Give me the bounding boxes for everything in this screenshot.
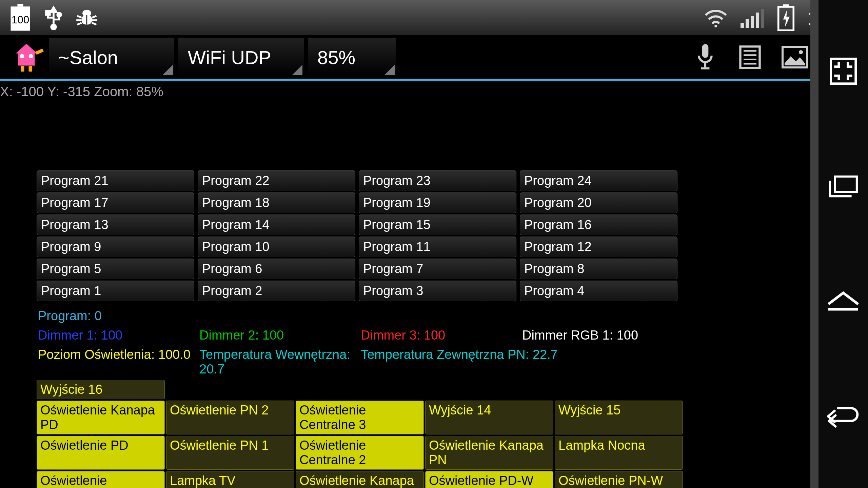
dimmer-2: Dimmer 2: 100 — [199, 328, 361, 343]
program-button[interactable]: Program 23 — [359, 170, 516, 191]
outputs-grid: Oświetlenie Kanapa PDOświetlenie PN 2Ośw… — [37, 401, 810, 488]
program-button[interactable]: Program 12 — [520, 237, 677, 257]
zoom-label: 85% — [317, 46, 355, 68]
svg-rect-0 — [17, 4, 23, 6]
output-button[interactable]: Oświetlenie PN-W — [555, 471, 683, 488]
temp-outside: Temperatura Zewnętrzna PN: 22.7 — [361, 347, 598, 377]
programs-grid: Program 21Program 22Program 23Program 24… — [37, 170, 677, 301]
program-button[interactable]: Program 22 — [198, 170, 355, 191]
program-button[interactable]: Program 20 — [520, 192, 677, 213]
program-button[interactable]: Program 4 — [520, 281, 677, 301]
list-icon[interactable] — [730, 37, 770, 78]
svg-rect-28 — [35, 48, 44, 55]
program-button[interactable]: Program 17 — [37, 192, 194, 213]
output-button[interactable]: Oświetlenie PD-W — [425, 471, 553, 488]
program-button[interactable]: Program 5 — [37, 259, 194, 279]
program-current: Program: 0 — [38, 309, 810, 323]
collapse-icon[interactable] — [826, 54, 860, 88]
program-button[interactable]: Program 24 — [520, 170, 677, 191]
output-button[interactable]: Oświetlenie Centralne — [37, 471, 165, 488]
program-button[interactable]: Program 13 — [37, 215, 194, 235]
svg-rect-19 — [751, 16, 754, 28]
dimmer-rgb: Dimmer RGB 1: 100 — [522, 328, 684, 343]
program-button[interactable]: Program 2 — [198, 281, 355, 301]
svg-text:100: 100 — [12, 14, 29, 26]
connection-label: WiFi UDP — [188, 46, 271, 68]
microphone-icon[interactable] — [685, 37, 726, 78]
recent-apps-icon[interactable] — [826, 169, 860, 203]
svg-rect-32 — [741, 46, 760, 68]
status-bar: 100 — [0, 0, 868, 35]
zoom-spinner[interactable]: 85% — [308, 38, 396, 76]
program-button[interactable]: Program 10 — [198, 237, 355, 257]
usb-icon — [44, 5, 63, 30]
back-icon[interactable] — [826, 400, 860, 434]
content-area[interactable]: X: -100 Y: -315 Zoom: 85% Program 21Prog… — [0, 81, 810, 488]
svg-rect-20 — [756, 13, 759, 28]
svg-rect-5 — [46, 11, 50, 15]
signal-icon — [740, 7, 765, 28]
image-icon[interactable] — [774, 37, 815, 78]
wifi-icon — [703, 7, 729, 28]
program-button[interactable]: Program 1 — [37, 281, 194, 301]
program-button[interactable]: Program 8 — [520, 259, 677, 279]
app-icon[interactable] — [8, 39, 45, 76]
program-button[interactable]: Program 15 — [359, 215, 516, 235]
room-label: ~Salon — [58, 46, 118, 68]
svg-point-16 — [714, 25, 717, 27]
svg-rect-26 — [21, 66, 24, 72]
svg-rect-29 — [702, 44, 709, 58]
dimmers-row: Dimmer 1: 100 Dimmer 2: 100 Dimmer 3: 10… — [38, 328, 810, 343]
svg-rect-17 — [741, 23, 744, 28]
connection-spinner[interactable]: WiFi UDP — [178, 38, 304, 76]
output-button[interactable]: Oświetlenie PD — [37, 436, 165, 470]
svg-rect-21 — [761, 9, 764, 28]
debug-icon — [75, 7, 99, 28]
output-button[interactable]: Oświetlenie Centralne 2 — [296, 436, 424, 470]
program-button[interactable]: Program 6 — [198, 259, 355, 279]
output-button[interactable]: Oświetlenie PN 2 — [166, 401, 294, 434]
program-button[interactable]: Program 3 — [359, 281, 516, 301]
sensors-row: Poziom Oświetlenia: 100.0 Temperatura We… — [38, 347, 810, 377]
program-button[interactable]: Program 14 — [198, 215, 355, 235]
temp-inside: Temperatura Wewnętrzna: 20.7 — [199, 347, 361, 377]
output-button[interactable]: Oświetlenie Kanapa PD — [37, 401, 165, 434]
svg-rect-43 — [831, 59, 855, 83]
svg-line-10 — [77, 16, 82, 18]
room-spinner[interactable]: ~Salon — [49, 38, 174, 76]
light-level: Poziom Oświetlenia: 100.0 — [38, 347, 199, 377]
output-button[interactable]: Oświetlenie Kanapa C — [296, 471, 424, 488]
program-button[interactable]: Program 7 — [359, 259, 516, 279]
battery-charging-icon — [776, 4, 796, 31]
battery-level-icon: 100 — [8, 5, 33, 30]
program-button[interactable]: Program 18 — [198, 192, 355, 213]
svg-point-4 — [51, 25, 56, 29]
svg-line-13 — [92, 16, 96, 18]
program-button[interactable]: Program 16 — [520, 215, 677, 235]
outputs-single-row: Wyjście 16 — [37, 380, 810, 399]
svg-point-24 — [20, 54, 24, 58]
output-button[interactable]: Wyjście 16 — [37, 380, 165, 399]
dimmer-1: Dimmer 1: 100 — [38, 328, 199, 343]
output-button[interactable]: Lampka TV — [166, 471, 294, 488]
svg-point-6 — [57, 13, 61, 17]
dimmer-3: Dimmer 3: 100 — [361, 328, 522, 343]
program-button[interactable]: Program 21 — [37, 170, 194, 191]
program-button[interactable]: Program 9 — [37, 237, 194, 257]
system-nav-bar — [810, 0, 868, 488]
svg-point-38 — [799, 50, 803, 54]
home-icon[interactable] — [826, 285, 860, 319]
svg-rect-27 — [29, 66, 32, 72]
output-button[interactable]: Wyjście 15 — [555, 401, 683, 434]
svg-line-12 — [77, 23, 82, 24]
program-button[interactable]: Program 11 — [359, 237, 516, 257]
svg-line-15 — [92, 23, 96, 24]
output-button[interactable]: Oświetlenie Kanapa PN — [425, 436, 553, 470]
output-button[interactable]: Oświetlenie Centralne 3 — [296, 401, 424, 434]
output-button[interactable]: Oświetlenie PN 1 — [166, 436, 294, 470]
output-button[interactable]: Wyjście 14 — [425, 401, 553, 434]
output-button[interactable]: Lampka Nocna — [555, 436, 683, 470]
svg-rect-44 — [835, 177, 856, 192]
action-bar: ~Salon WiFi UDP 85% — [0, 35, 868, 81]
program-button[interactable]: Program 19 — [359, 192, 516, 213]
